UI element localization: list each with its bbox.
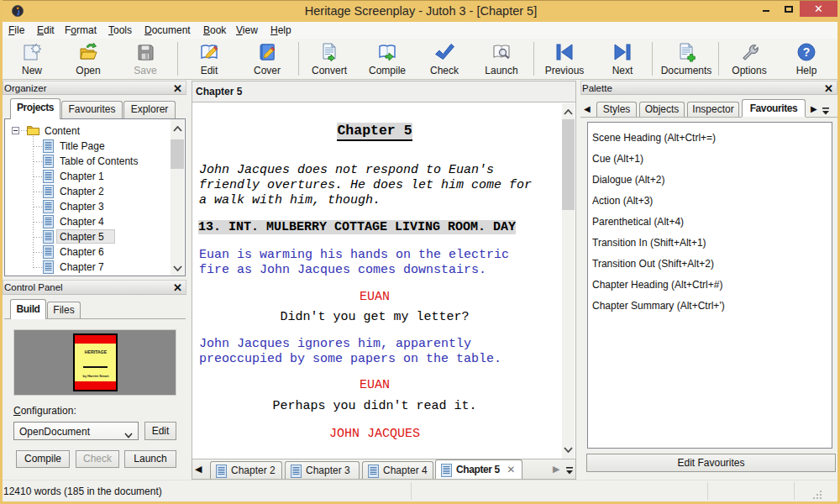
svg-text:?: ?	[803, 45, 811, 59]
